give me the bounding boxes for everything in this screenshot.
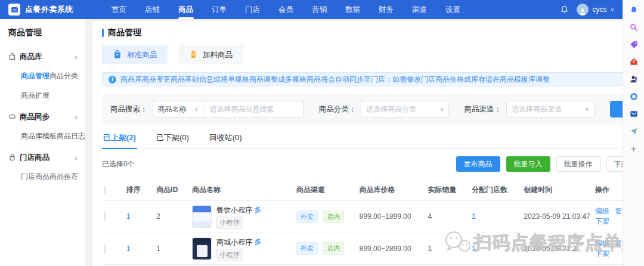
bell-icon[interactable]: [629, 5, 639, 15]
sales-count: 1: [425, 233, 469, 265]
sidebar-group-header-store-goods[interactable]: 门店商品 ∧: [8, 149, 78, 167]
sidebar-group-header-goods-library[interactable]: 商品库 ∧: [8, 48, 78, 66]
created-time: 2023-05-09 21:03:47: [521, 201, 593, 233]
standard-goods-button[interactable]: 标准商品: [102, 45, 168, 64]
tab-off-shelf[interactable]: 已下架(0): [155, 129, 190, 149]
nav-item-goods[interactable]: 商品: [177, 1, 194, 19]
price-range: 899.00~1899.00: [357, 201, 426, 233]
store-count-link[interactable]: 1: [472, 212, 476, 221]
notification-bell-icon[interactable]: [559, 4, 569, 15]
sidebar-group-label: 商品同步: [20, 112, 70, 122]
search-field-select[interactable]: 商品名称 ∨: [153, 101, 204, 117]
info-icon: i: [109, 76, 116, 83]
col-price: 商品库价格: [357, 180, 426, 201]
bottle-icon: [189, 50, 198, 61]
sidebar-item-goods-manage[interactable]: 商品管理: [21, 66, 49, 86]
channel-label: 商品渠道：: [465, 104, 502, 115]
nav-item-marketing[interactable]: 营销: [311, 1, 328, 19]
nav-item-home[interactable]: 首页: [110, 1, 128, 19]
nav-item-orders[interactable]: 订单: [210, 1, 228, 19]
sidebar-group-goods-sync: 商品同步 ∧ 商品库模板 商品日志: [8, 108, 78, 146]
search-label: 商品搜索：: [110, 104, 148, 115]
sidebar-item-store-goods[interactable]: 门店商品: [21, 167, 49, 187]
search-input[interactable]: [203, 101, 304, 117]
more-link[interactable]: 多: [254, 206, 261, 214]
sort-value[interactable]: 1: [126, 212, 131, 221]
sidebar-group-label: 商品库: [20, 52, 70, 62]
channel-select[interactable]: 请选择商品渠道 ∨: [506, 101, 595, 117]
more-link[interactable]: 多: [254, 238, 261, 246]
avatar: [577, 4, 589, 16]
chevron-up-icon[interactable]: ∧: [74, 155, 78, 161]
col-sort: 排序: [124, 180, 154, 201]
main-nav: 首页 店铺 商品 订单 门店 会员 营销 数据 财务 渠道 设置: [110, 1, 559, 19]
chevron-down-icon: ∨: [586, 106, 590, 112]
channel-tag-takeout: 外卖: [296, 211, 318, 223]
box-icon: [8, 52, 16, 62]
channel-tag-instore: 店内: [323, 211, 344, 223]
info-alert: i 商品库商品变更商品基础信息或将单规格商品调整成多规格商品将会自动同步至门店；…: [102, 72, 644, 86]
alert-text: 商品库商品变更商品基础信息或将单规格商品调整成多规格商品将会自动同步至门店；如需…: [120, 75, 550, 85]
category-select[interactable]: 请选择商品分类 ∨: [361, 101, 449, 117]
mail-icon[interactable]: [629, 109, 639, 119]
search-field-value: 商品名称: [158, 104, 187, 115]
toolbox-icon[interactable]: [629, 57, 639, 67]
batch-operate-button[interactable]: 批量操作: [556, 156, 600, 172]
nav-item-finance[interactable]: 财务: [377, 1, 395, 19]
chevron-up-icon[interactable]: ∧: [74, 54, 78, 60]
tab-on-shelf[interactable]: 已上架(2): [102, 129, 137, 149]
search-icon[interactable]: [629, 23, 639, 32]
publish-goods-button[interactable]: 发布商品: [456, 156, 500, 172]
goods-id: 1: [154, 233, 190, 265]
nav-item-shop[interactable]: 店铺: [144, 1, 161, 19]
nav-item-channels[interactable]: 渠道: [411, 1, 428, 19]
chevron-down-icon: ∨: [440, 106, 444, 112]
col-created: 创建时间: [521, 180, 593, 201]
user-menu[interactable]: cycs ∨: [577, 4, 614, 16]
main-content: 商品管理 标准商品 加料商品 i 商品库商品变更商品基础信息或将单规格商品调整成…: [92, 21, 644, 266]
price-range: 899.00~2899.00: [357, 233, 426, 265]
contacts-icon[interactable]: [629, 75, 639, 84]
sidebar-item-goods-category[interactable]: 商品分类: [49, 66, 78, 86]
sort-value[interactable]: 1: [126, 245, 131, 253]
nav-item-settings[interactable]: 设置: [444, 1, 462, 19]
row-checkbox[interactable]: [104, 244, 106, 253]
search-panel: 商品搜索： 商品名称 ∨ 商品分类： 请选择商品分类 ∨ 商品渠道：: [102, 94, 644, 124]
standard-goods-label: 标准商品: [127, 50, 157, 60]
sidebar-item-library-template[interactable]: 商品库模板: [21, 126, 57, 146]
channel-placeholder: 请选择商品渠道: [512, 104, 562, 115]
ring-icon[interactable]: [629, 92, 639, 101]
bag-icon: [113, 50, 122, 61]
created-time: 2023-05-09 21:2...: [521, 233, 593, 265]
addon-goods-button[interactable]: 加料商品: [178, 45, 243, 64]
sales-count: 4: [425, 201, 469, 233]
plus-icon[interactable]: +: [629, 144, 639, 153]
sidebar-item-goods-log[interactable]: 商品日志: [57, 126, 85, 146]
select-all-checkbox[interactable]: [104, 185, 106, 195]
nav-item-members[interactable]: 会员: [277, 1, 295, 19]
table-row: 1 1 商城小程序 多 小程序: [102, 233, 644, 265]
chevron-up-icon[interactable]: ∧: [74, 115, 78, 120]
edit-link[interactable]: 编辑: [595, 207, 609, 215]
send-icon[interactable]: [629, 126, 639, 136]
sidebar-item-goods-extend[interactable]: 商品扩展: [21, 86, 49, 106]
edit-link[interactable]: 编辑: [595, 239, 609, 248]
shop-icon: [8, 153, 16, 163]
takedown-link[interactable]: 下架: [595, 217, 609, 225]
product-thumbnail: [192, 237, 212, 260]
category-placeholder: 请选择商品分类: [366, 104, 416, 115]
col-goods-name: 商品名称: [190, 180, 294, 201]
sidebar-item-goods-recommend[interactable]: 商品推荐: [49, 167, 78, 187]
tag-icon[interactable]: [629, 40, 639, 50]
goods-id: 2: [154, 201, 190, 233]
table-header-row: 排序 商品ID 商品名称 商品渠道 商品库价格 实际销量 分配门店数 创建时间 …: [102, 180, 644, 201]
tab-recycle-bin[interactable]: 回收站(0): [208, 129, 243, 149]
store-count-link[interactable]: 1: [472, 245, 476, 253]
row-checkbox[interactable]: [104, 212, 106, 221]
sidebar-group-header-goods-sync[interactable]: 商品同步 ∧: [8, 108, 78, 126]
miniprogram-tag: 小程序: [216, 249, 243, 261]
nav-item-stores[interactable]: 门店: [244, 1, 261, 19]
nav-item-data[interactable]: 数据: [344, 1, 361, 19]
batch-import-button[interactable]: 批量导入: [506, 156, 550, 172]
takedown-link[interactable]: 下架: [595, 249, 609, 258]
